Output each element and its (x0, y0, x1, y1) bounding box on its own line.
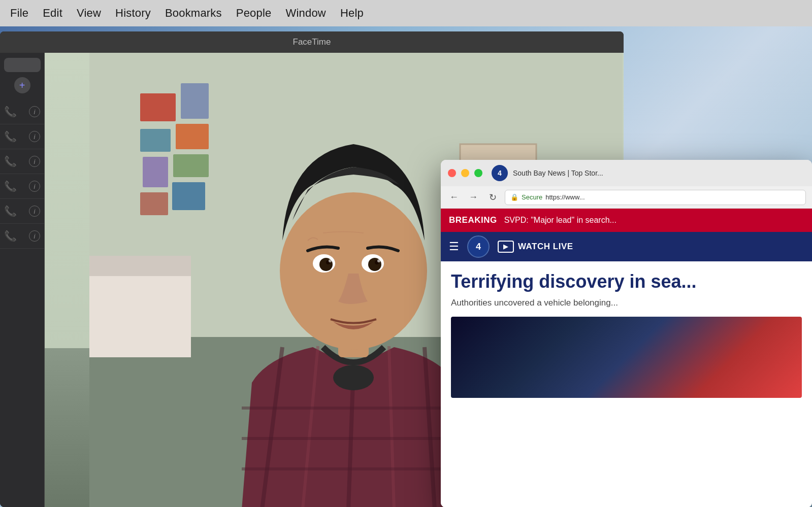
menu-help[interactable]: Help (340, 7, 364, 20)
svg-rect-6 (176, 124, 209, 149)
breaking-label: BREAKING (449, 215, 497, 225)
info-icon-3[interactable]: i (29, 156, 40, 167)
menu-view[interactable]: View (77, 7, 101, 20)
info-icon-4[interactable]: i (29, 181, 40, 192)
facetime-title: FaceTime (293, 37, 331, 47)
phone-icon-1: 📞 (4, 106, 17, 118)
phone-icon-5: 📞 (4, 205, 17, 217)
facetime-search-bar[interactable] (4, 58, 41, 72)
info-icon-1[interactable]: i (29, 106, 40, 117)
browser-tab-title: South Bay News | Top Stor... (513, 169, 603, 177)
browser-close-button[interactable] (448, 169, 456, 177)
info-icon-6[interactable]: i (29, 230, 40, 242)
menu-window[interactable]: Window (285, 7, 326, 20)
info-icon-5[interactable]: i (29, 206, 40, 217)
forward-button[interactable]: → (466, 190, 480, 205)
svg-point-35 (377, 259, 380, 262)
channel-4-icon: 4 (492, 165, 508, 181)
menu-people[interactable]: People (236, 7, 272, 20)
news-subtext: Authorities uncovered a vehicle belongin… (451, 297, 802, 309)
menu-history[interactable]: History (115, 7, 151, 20)
svg-rect-3 (140, 93, 176, 121)
contact-row-6: 📞 i (0, 224, 44, 249)
back-button[interactable]: ← (447, 190, 461, 205)
watch-live-label: WATCH LIVE (518, 242, 573, 252)
news-channel-logo: 4 (467, 235, 490, 258)
news-content-area: Terrifying discovery in sea... Authoriti… (441, 261, 812, 507)
address-bar[interactable]: 🔒 Secure https://www... (505, 190, 806, 205)
phone-icon-4: 📞 (4, 180, 17, 192)
menu-bookmarks[interactable]: Bookmarks (165, 7, 222, 20)
svg-rect-8 (173, 154, 209, 177)
menu-edit[interactable]: Edit (43, 7, 62, 20)
news-headline: Terrifying discovery in sea... (451, 272, 802, 292)
svg-rect-15 (89, 256, 191, 276)
contact-row-5: 📞 i (0, 199, 44, 224)
contact-row-3: 📞 i (0, 149, 44, 174)
svg-point-25 (333, 365, 374, 390)
browser-nav: ← → ↻ 🔒 Secure https://www... (441, 186, 812, 209)
breaking-news-banner: BREAKING SVPD: "Major lead" in search... (441, 209, 812, 232)
phone-icon-6: 📞 (4, 230, 17, 242)
facetime-sidebar: + 📞 i 📞 i 📞 i 📞 i 📞 i 📞 i (0, 53, 45, 507)
svg-rect-4 (181, 83, 209, 119)
menu-file[interactable]: File (10, 7, 28, 20)
svg-rect-7 (143, 157, 168, 187)
url-text: https://www... (545, 193, 584, 201)
reload-button[interactable]: ↻ (485, 190, 500, 205)
svg-rect-9 (140, 192, 168, 215)
browser-window: 4 South Bay News | Top Stor... ← → ↻ 🔒 S… (441, 160, 812, 507)
info-icon-2[interactable]: i (29, 131, 40, 142)
browser-minimize-button[interactable] (461, 169, 469, 177)
secure-label: Secure (522, 193, 542, 201)
facetime-add-button[interactable]: + (14, 77, 30, 93)
facetime-titlebar: FaceTime (0, 31, 624, 53)
svg-rect-10 (172, 182, 205, 210)
browser-titlebar: 4 South Bay News | Top Stor... (441, 160, 812, 186)
svg-point-34 (329, 259, 332, 262)
svg-rect-5 (140, 129, 171, 152)
lock-icon: 🔒 (510, 193, 518, 201)
hamburger-menu-icon[interactable]: ☰ (449, 240, 459, 253)
contact-row-2: 📞 i (0, 124, 44, 149)
breaking-text: SVPD: "Major lead" in search... (504, 216, 616, 225)
browser-maximize-button[interactable] (474, 169, 482, 177)
news-thumbnail-image (451, 317, 802, 398)
phone-icon-2: 📞 (4, 130, 17, 143)
watch-live-button[interactable]: ▶ WATCH LIVE (498, 241, 573, 253)
news-site-nav: ☰ 4 ▶ WATCH LIVE (441, 232, 812, 261)
contact-row-4: 📞 i (0, 174, 44, 199)
news-thumbnail (451, 317, 802, 398)
menubar: File Edit View History Bookmarks People … (0, 0, 812, 26)
play-icon: ▶ (498, 241, 514, 253)
contact-row-1: 📞 i (0, 99, 44, 124)
phone-icon-3: 📞 (4, 155, 17, 167)
